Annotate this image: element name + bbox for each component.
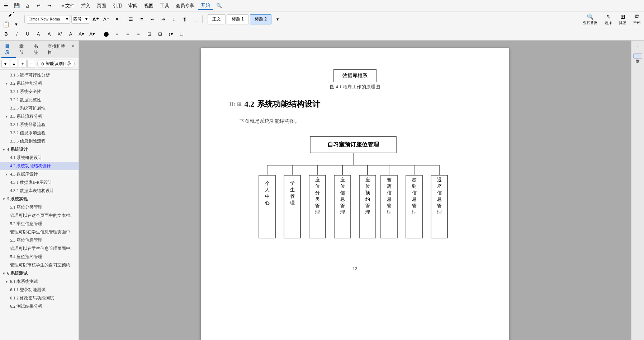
- toc-item[interactable]: 4.1 系统概要设计: [0, 154, 79, 162]
- menu-tools[interactable]: 工具: [157, 2, 172, 10]
- toc-list: 3.1.3 运行可行性分析▾3.2 系统性能分析3.2.1 系统安全性3.2.2…: [0, 70, 79, 340]
- toc-item[interactable]: 管理可以在学生信息管理页面中...: [0, 228, 79, 236]
- toc-item[interactable]: 3.2.1 系统安全性: [0, 88, 79, 96]
- menu-member[interactable]: 会员专享: [173, 2, 197, 10]
- toc-item[interactable]: ▾5 系统实现: [0, 195, 79, 203]
- undo-btn[interactable]: ↩: [34, 1, 43, 10]
- menu-file[interactable]: ≡ 文件: [58, 2, 77, 10]
- paste-btn[interactable]: 📋: [1, 20, 11, 29]
- tab-find[interactable]: 查找和替换: [44, 42, 69, 58]
- save-btn[interactable]: 💾: [12, 1, 22, 10]
- indent-increase-btn[interactable]: ⇥: [158, 15, 168, 24]
- font-size-selector[interactable]: 四号 ▾: [71, 15, 89, 24]
- menu-review[interactable]: 审阅: [126, 2, 141, 10]
- find-replace-btn[interactable]: 🔍 查找替换: [581, 13, 600, 26]
- align-center-btn[interactable]: ≡: [112, 29, 122, 38]
- two-col-btn[interactable]: ⊟: [155, 29, 165, 38]
- toc-item[interactable]: 3.2.2 数据完整性: [0, 96, 79, 104]
- print-btn[interactable]: 🖨: [23, 1, 32, 10]
- menu-view[interactable]: 视图: [141, 2, 156, 10]
- columns-btn[interactable]: ⧉ 拼列: [631, 13, 643, 26]
- paste-dropdown[interactable]: ▾: [11, 20, 21, 29]
- smart-toc-btn[interactable]: ⊙ 智能识别目录: [37, 60, 75, 68]
- char-shading-btn[interactable]: A▾: [77, 29, 86, 38]
- align-right-btn[interactable]: ≡: [123, 29, 132, 38]
- svg-text:信: 信: [412, 190, 417, 195]
- font-name-selector[interactable]: Times New Roma ▾: [27, 15, 70, 24]
- toc-item[interactable]: 6.1.2 修改密码功能测试: [0, 294, 79, 302]
- toc-item[interactable]: 5.4 座位预约管理: [0, 253, 79, 261]
- clear-format-btn[interactable]: ✕: [112, 15, 122, 24]
- italic-btn[interactable]: I: [12, 29, 22, 38]
- underline-btn[interactable]: U: [23, 29, 32, 38]
- style-heading2[interactable]: 标题 2: [250, 14, 271, 24]
- border-btn[interactable]: ⬚: [191, 15, 200, 24]
- doc-area: 效据库框系 图 4.1 程序工作的原理图 H↕ ⊞ 4.2 系统功能结构设计 下…: [79, 41, 631, 340]
- toc-item[interactable]: ▾6 系统测试: [0, 269, 79, 278]
- tab-bookmark[interactable]: 书签: [30, 42, 44, 58]
- ordered-list-btn[interactable]: ≡: [137, 15, 146, 24]
- toc-item[interactable]: 管理可以在这个页面中的文本框...: [0, 211, 79, 220]
- bold-btn[interactable]: B: [1, 29, 11, 38]
- right-sb-label[interactable]: 论文: [633, 53, 642, 59]
- toc-item[interactable]: 3.3.2 信息添加流程: [0, 129, 79, 137]
- font-decrease-btn[interactable]: A⁻: [101, 15, 111, 24]
- style-heading1[interactable]: 标题 1: [227, 14, 248, 24]
- toc-item[interactable]: 3.1.3 运行可行性分析: [0, 71, 79, 79]
- toc-item[interactable]: 4.2 系统功能结构设计: [0, 162, 79, 170]
- indent-decrease-btn[interactable]: ⇤: [148, 15, 157, 24]
- format-painter-btn[interactable]: 🖌: [6, 10, 16, 19]
- toc-add-btn[interactable]: +: [19, 60, 27, 68]
- select-btn[interactable]: ↖ 选择: [602, 13, 614, 26]
- align-left-btn[interactable]: ⬤: [101, 29, 111, 38]
- strikethrough-btn[interactable]: A: [34, 29, 43, 38]
- tab-close-btn[interactable]: ✕: [69, 42, 77, 58]
- tab-chapter[interactable]: 章节: [16, 42, 30, 58]
- toc-item[interactable]: 3.3.1 系统登录流程: [0, 121, 79, 129]
- tab-toc[interactable]: 目录: [1, 42, 16, 58]
- superscript-btn[interactable]: X²: [55, 29, 65, 38]
- style-normal[interactable]: 正文: [208, 14, 226, 24]
- toc-remove-btn[interactable]: −: [27, 60, 35, 68]
- distributed-btn[interactable]: ⊡: [145, 29, 154, 38]
- toc-item[interactable]: ▾4 系统设计: [0, 145, 79, 154]
- right-sb-expand-btn[interactable]: ⬝: [633, 42, 643, 52]
- menu-insert[interactable]: 插入: [78, 2, 93, 10]
- toc-item[interactable]: 管理可以在学生信息管理页面中...: [0, 244, 79, 253]
- style-more-btn[interactable]: ▾: [273, 15, 282, 24]
- toc-item[interactable]: 6.2 测试结果分析: [0, 302, 79, 311]
- toc-item[interactable]: 5.2 学生信息管理: [0, 220, 79, 228]
- toc-expand-btn[interactable]: ▲: [10, 60, 18, 68]
- file-menu-icon[interactable]: ☰: [1, 1, 11, 10]
- toc-item[interactable]: 5.3 座位信息管理: [0, 236, 79, 244]
- text-box-btn[interactable]: ◻: [177, 29, 186, 38]
- toc-item[interactable]: 3.3.3 信息删除流程: [0, 137, 79, 145]
- search-btn[interactable]: 🔍: [214, 1, 224, 10]
- toc-item[interactable]: 5.1 座位分类管理: [0, 203, 79, 211]
- layout-btn[interactable]: ⊞ 排版: [617, 13, 628, 26]
- toc-item[interactable]: ▾4.3 数据库设计: [0, 170, 79, 178]
- menu-ref[interactable]: 引用: [110, 2, 125, 10]
- toc-item[interactable]: 4.3.2 数据库表结构设计: [0, 187, 79, 195]
- toc-item-label: 5.1 座位分类管理: [10, 204, 42, 210]
- line-spacing-btn[interactable]: ↕: [169, 15, 179, 24]
- toc-collapse-btn[interactable]: ▾: [1, 60, 9, 68]
- align-justify-btn[interactable]: ≡: [134, 29, 143, 38]
- font-color-btn[interactable]: A: [44, 29, 54, 38]
- line-spacing2-btn[interactable]: ↕▾: [166, 29, 175, 38]
- menu-page[interactable]: 页面: [94, 2, 109, 10]
- toc-item[interactable]: ▾6.1 本系统测试: [0, 278, 79, 286]
- font-increase-btn[interactable]: A⁺: [91, 15, 100, 24]
- unordered-list-btn[interactable]: ☰: [126, 15, 136, 24]
- toc-item[interactable]: ▾3.2 系统性能分析: [0, 79, 79, 88]
- toc-item[interactable]: 管理可以审核学生的自习室预约...: [0, 261, 79, 269]
- toc-item[interactable]: 6.1.1 登录功能测试: [0, 286, 79, 294]
- redo-btn[interactable]: ↪: [44, 1, 54, 10]
- highlight-btn[interactable]: A: [66, 29, 75, 38]
- toc-item[interactable]: 3.2.3 系统可扩展性: [0, 104, 79, 112]
- paragraph-btn[interactable]: ¶: [180, 15, 189, 24]
- text-bg-btn[interactable]: A▾: [87, 29, 97, 38]
- toc-item[interactable]: ▾3.3 系统流程分析: [0, 112, 79, 121]
- toc-item[interactable]: 4.3.1 数据库E-R图设计: [0, 178, 79, 187]
- menu-home[interactable]: 开始: [198, 1, 213, 10]
